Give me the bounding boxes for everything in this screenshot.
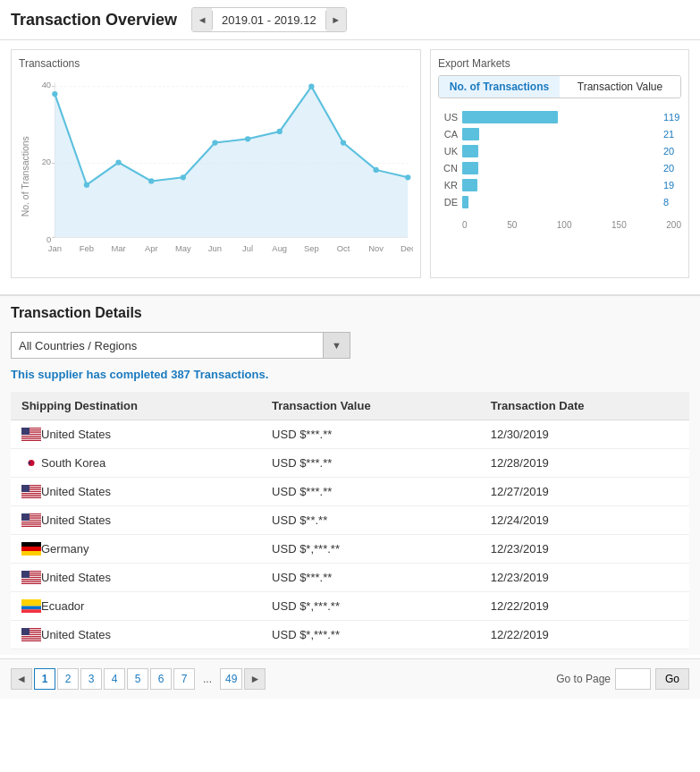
- svg-rect-80: [21, 513, 30, 521]
- svg-rect-97: [21, 571, 30, 578]
- transaction-date-cell: 12/28/2019: [480, 449, 689, 478]
- table-row: United StatesUSD $***.**12/23/2019: [11, 564, 689, 592]
- bar-fill: [462, 128, 479, 140]
- bar-value-cn: 20: [663, 163, 681, 174]
- bar-value-uk: 20: [663, 146, 681, 157]
- goto-page: Go to Page Go: [556, 668, 689, 690]
- count-suffix: Transactions.: [190, 368, 268, 381]
- svg-rect-98: [21, 599, 41, 607]
- goto-button[interactable]: Go: [655, 668, 689, 690]
- date-range-label: 2019.01 - 2019.12: [212, 11, 326, 30]
- table-row: United StatesUSD $***.**12/27/2019: [11, 478, 689, 506]
- svg-rect-94: [21, 581, 41, 582]
- svg-rect-61: [21, 493, 41, 494]
- country-cell: United States: [11, 564, 261, 592]
- svg-rect-48: [21, 440, 41, 441]
- country-cell: United States: [11, 506, 261, 535]
- top-section: Transactions No. of Transactions 40 20 0: [0, 40, 700, 287]
- svg-point-13: [84, 182, 89, 188]
- dropdown-arrow-icon[interactable]: ▼: [324, 332, 350, 359]
- country-cell: South Korea: [11, 449, 261, 478]
- page-btn-4[interactable]: 4: [104, 668, 125, 690]
- table-row: GermanyUSD $*,***.**12/23/2019: [11, 535, 689, 564]
- prev-page-button[interactable]: ◄: [11, 668, 32, 690]
- svg-text:Jan: Jan: [48, 243, 62, 253]
- tab-no-transactions[interactable]: No. of Transactions: [439, 76, 560, 98]
- svg-rect-91: [21, 578, 41, 579]
- svg-rect-65: [21, 497, 41, 498]
- country-name: United States: [41, 571, 111, 584]
- svg-rect-99: [21, 607, 41, 610]
- svg-rect-95: [21, 582, 41, 583]
- svg-point-15: [148, 178, 154, 183]
- country-cell-inner: United States: [21, 628, 250, 641]
- svg-point-23: [405, 174, 410, 180]
- transaction-value-cell: USD $*,***.**: [261, 621, 480, 649]
- bar-row-kr: KR19: [438, 179, 681, 191]
- count-prefix: This supplier has completed: [11, 368, 171, 381]
- svg-text:May: May: [175, 243, 191, 253]
- next-date-button[interactable]: ►: [326, 8, 346, 31]
- table-row: United StatesUSD $**.**12/24/2019: [11, 506, 689, 535]
- page-btn-7[interactable]: 7: [173, 668, 195, 690]
- country-cell: Germany: [11, 535, 261, 564]
- page-btn-6[interactable]: 6: [150, 668, 172, 690]
- chart-label: Transactions: [19, 57, 413, 70]
- svg-text:Oct: Oct: [337, 243, 350, 253]
- col-header-value: Transaction Value: [261, 392, 480, 420]
- svg-text:Sep: Sep: [304, 243, 319, 253]
- transaction-value-cell: USD $**.**: [261, 506, 480, 535]
- svg-text:20: 20: [42, 157, 51, 166]
- svg-rect-83: [21, 551, 41, 556]
- transactions-table: Shipping Destination Transaction Value T…: [11, 392, 689, 649]
- bar-chart: US119CA21UK20CN20KR19DE8: [438, 107, 681, 216]
- svg-rect-63: [21, 496, 41, 496]
- svg-text:0: 0: [46, 234, 51, 244]
- country-cell-inner: United States: [21, 513, 250, 527]
- details-title: Transaction Details: [11, 305, 689, 321]
- page-btn-49[interactable]: 49: [220, 668, 242, 690]
- page-btn-5[interactable]: 5: [127, 668, 148, 690]
- col-header-date: Transaction Date: [480, 392, 689, 420]
- transaction-date-cell: 12/27/2019: [480, 478, 689, 506]
- transaction-value-cell: USD $*,***.**: [261, 592, 480, 621]
- bar-fill: [462, 162, 478, 174]
- country-cell: United States: [11, 621, 261, 649]
- prev-date-button[interactable]: ◄: [192, 8, 212, 31]
- svg-rect-62: [21, 494, 41, 495]
- bar-track: [462, 111, 659, 123]
- svg-rect-81: [21, 542, 41, 547]
- countries-dropdown[interactable]: All Countries / Regions United States So…: [11, 332, 324, 359]
- svg-point-16: [181, 174, 186, 180]
- bar-value-kr: 19: [663, 180, 681, 191]
- country-name: South Korea: [41, 456, 105, 470]
- goto-input[interactable]: [615, 668, 651, 690]
- date-nav: ◄ 2019.01 - 2019.12 ►: [191, 7, 347, 32]
- bar-label-uk: UK: [438, 146, 458, 157]
- export-panel: Export Markets No. of Transactions Trans…: [430, 49, 689, 278]
- svg-rect-47: [21, 439, 41, 440]
- svg-rect-108: [21, 635, 41, 636]
- bar-row-uk: UK20: [438, 145, 681, 157]
- tab-transaction-value[interactable]: Transaction Value: [560, 76, 680, 98]
- header: Transaction Overview ◄ 2019.01 - 2019.12…: [0, 0, 700, 40]
- details-section: Transaction Details All Countries / Regi…: [0, 294, 700, 655]
- transaction-date-cell: 12/23/2019: [480, 564, 689, 592]
- table-row: EcuadorUSD $*,***.**12/22/2019: [11, 592, 689, 621]
- next-page-button[interactable]: ►: [244, 668, 266, 690]
- page-btn-1[interactable]: 1: [34, 668, 55, 690]
- country-cell: Ecuador: [11, 592, 261, 621]
- bar-label-de: DE: [438, 197, 458, 208]
- svg-point-22: [374, 167, 379, 173]
- svg-rect-114: [21, 628, 30, 635]
- svg-point-14: [115, 159, 121, 165]
- bar-axis: 050100150200: [438, 220, 681, 230]
- transaction-value-cell: USD $***.**: [261, 564, 480, 592]
- page-btn-2[interactable]: 2: [57, 668, 79, 690]
- bar-fill: [462, 145, 478, 157]
- svg-point-19: [277, 129, 283, 134]
- country-cell-inner: United States: [21, 485, 250, 498]
- table-row: United StatesUSD $***.**12/30/2019: [11, 420, 689, 449]
- bar-fill: [462, 111, 558, 123]
- page-btn-3[interactable]: 3: [80, 668, 102, 690]
